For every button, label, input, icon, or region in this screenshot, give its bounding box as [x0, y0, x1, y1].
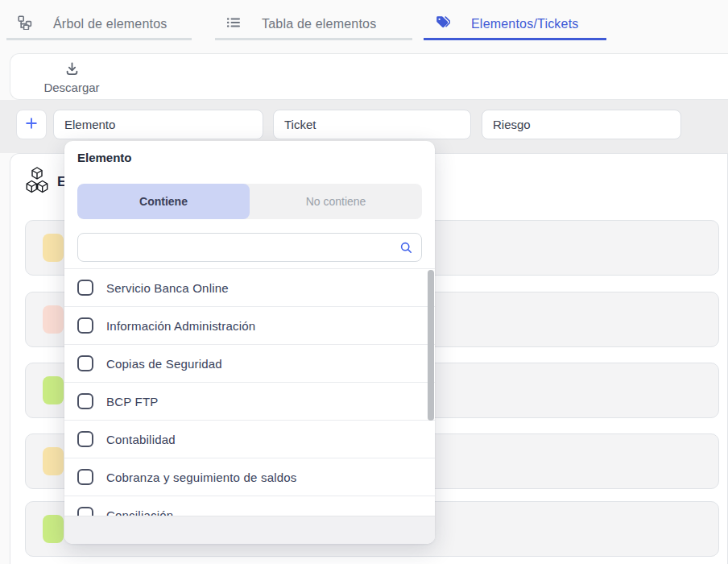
cubes-icon: [25, 167, 49, 197]
dropdown-scrollbar[interactable]: [428, 270, 434, 421]
option-informacion-administracion[interactable]: Información Administración: [64, 307, 435, 345]
filter-field-label: Riesgo: [493, 118, 531, 131]
mode-no-contiene-button[interactable]: No contiene: [250, 184, 422, 219]
checkbox[interactable]: [77, 317, 93, 334]
option-label: Cobranza y seguimiento de saldos: [106, 471, 297, 484]
option-label: Contabilidad: [106, 433, 176, 446]
checkbox[interactable]: [77, 431, 93, 447]
plus-icon: [24, 116, 39, 133]
tag-icon: [435, 15, 450, 33]
filter-field-elemento[interactable]: Elemento: [53, 110, 263, 139]
option-contabilidad[interactable]: Contabilidad: [64, 421, 435, 458]
app-root: Árbol de elementos Tabla de elementos El…: [0, 0, 728, 564]
mode-contiene-button[interactable]: Contiene: [77, 184, 250, 219]
tab-arbol-de-elementos[interactable]: Árbol de elementos: [6, 10, 192, 40]
checkbox[interactable]: [77, 393, 93, 409]
option-bcp-ftp[interactable]: BCP FTP: [64, 383, 435, 421]
checkbox[interactable]: [77, 507, 93, 516]
tab-label: Elementos/Tickets: [471, 17, 579, 31]
tree-icon: [18, 15, 32, 33]
dropdown-search-input[interactable]: [86, 234, 396, 261]
option-label: Información Administración: [106, 319, 255, 333]
search-icon: [399, 241, 413, 258]
download-button[interactable]: Descargar: [31, 58, 112, 97]
mode-label: No contiene: [306, 195, 366, 208]
mode-label: Contiene: [139, 195, 188, 208]
option-cobranza-y-seguimiento-de-saldos[interactable]: Cobranza y seguimiento de saldos: [64, 458, 435, 496]
tab-label: Árbol de elementos: [53, 17, 167, 31]
element-filter-dropdown: Elemento Contiene No contiene Servicio B…: [64, 141, 435, 544]
tab-elementos-tickets[interactable]: Elementos/Tickets: [424, 10, 606, 40]
element-color-swatch: [43, 305, 64, 334]
filter-field-ticket[interactable]: Ticket: [273, 110, 471, 139]
tab-label: Tabla de elementos: [262, 17, 376, 31]
dropdown-title: Elemento: [77, 151, 132, 164]
list-icon: [226, 15, 241, 33]
element-color-swatch: [43, 376, 64, 404]
toolbar: Descargar: [10, 53, 728, 100]
element-color-swatch: [43, 234, 64, 262]
checkbox[interactable]: [77, 280, 93, 296]
option-label: Conciliación: [106, 508, 173, 516]
filter-field-label: Elemento: [64, 118, 115, 131]
download-label: Descargar: [43, 81, 99, 94]
dropdown-footer: [64, 516, 435, 544]
option-conciliacion[interactable]: Conciliación: [64, 496, 435, 516]
filter-field-label: Ticket: [284, 118, 316, 131]
filter-mode-toggle: Contiene No contiene: [77, 184, 422, 219]
option-copias-de-seguridad[interactable]: Copias de Seguridad: [64, 345, 435, 383]
element-color-swatch: [43, 447, 64, 475]
dropdown-option-list: Servicio Banca Online Información Admini…: [64, 268, 435, 516]
add-filter-button[interactable]: [16, 110, 47, 139]
checkbox[interactable]: [77, 469, 93, 485]
element-color-swatch: [43, 515, 64, 543]
download-icon: [64, 61, 80, 79]
option-servicio-banca-online[interactable]: Servicio Banca Online: [64, 269, 435, 307]
filter-field-riesgo[interactable]: Riesgo: [482, 110, 681, 139]
option-label: Copias de Seguridad: [106, 357, 222, 371]
tab-tabla-de-elementos[interactable]: Tabla de elementos: [215, 10, 412, 40]
option-label: Servicio Banca Online: [106, 281, 229, 295]
dropdown-search: [77, 233, 422, 262]
checkbox[interactable]: [77, 355, 93, 371]
option-label: BCP FTP: [106, 395, 158, 408]
